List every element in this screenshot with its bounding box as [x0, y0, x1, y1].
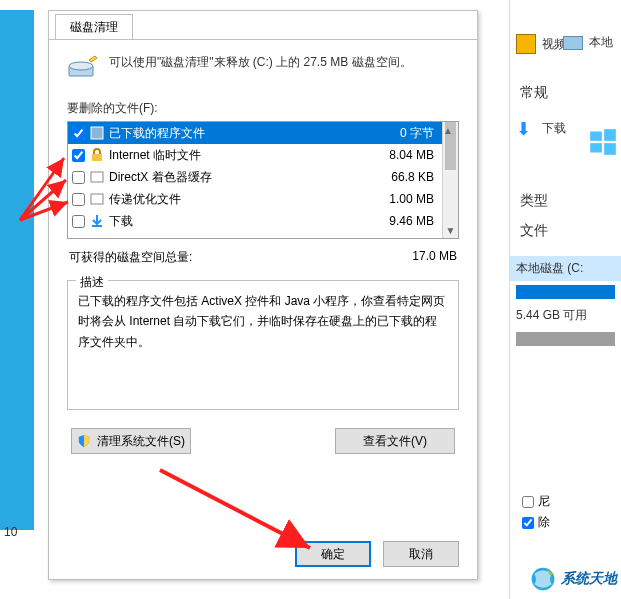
file-list-item[interactable]: Internet 临时文件8.04 MB	[68, 144, 458, 166]
description-legend: 描述	[76, 272, 108, 292]
file-item-size: 66.8 KB	[370, 170, 440, 184]
tab-strip: 磁盘清理	[49, 11, 477, 39]
download-icon	[89, 213, 105, 229]
cancel-label: 取消	[409, 546, 433, 563]
download-arrow-icon: ⬇	[516, 118, 536, 138]
checkbox-b-label: 除	[538, 514, 550, 531]
view-files-label: 查看文件(V)	[363, 433, 427, 450]
total-space-label: 可获得的磁盘空间总量:	[69, 249, 192, 266]
file-list-item[interactable]: DirectX 着色器缓存66.8 KB	[68, 166, 458, 188]
downloads-label[interactable]: 下载	[542, 120, 566, 137]
file-item-checkbox[interactable]	[72, 171, 85, 184]
film-icon	[516, 34, 536, 54]
local-fragment: 本地	[589, 34, 613, 51]
globe-icon	[529, 565, 557, 593]
file-item-checkbox[interactable]	[72, 127, 85, 140]
type-label: 类型	[510, 186, 621, 216]
description-group: 描述 已下载的程序文件包括 ActiveX 控件和 Java 小程序，你查看特定…	[67, 280, 459, 410]
svg-rect-8	[91, 172, 103, 182]
svg-rect-1	[604, 129, 616, 141]
local-disk-label: 本地磁盘 (C:	[516, 260, 583, 277]
disk-cleanup-icon	[67, 54, 99, 82]
directx-icon	[89, 169, 105, 185]
svg-rect-2	[590, 143, 602, 152]
checkbox-b[interactable]	[522, 517, 534, 529]
general-tab[interactable]: 常规	[510, 78, 621, 108]
lock-icon	[89, 147, 105, 163]
file-item-label: 下载	[109, 213, 366, 230]
file-item-checkbox[interactable]	[72, 149, 85, 162]
svg-rect-10	[92, 225, 102, 227]
footer-brand-text: 系统天地	[561, 570, 617, 588]
file-list-item[interactable]: 已下载的程序文件0 字节	[68, 122, 458, 144]
tab-disk-cleanup[interactable]: 磁盘清理	[55, 14, 133, 40]
svg-rect-9	[91, 194, 103, 204]
shield-icon	[77, 434, 91, 448]
checkbox-p[interactable]	[522, 496, 534, 508]
capacity-bar-secondary	[516, 332, 615, 346]
scrollbar[interactable]: ▲ ▼	[442, 122, 458, 238]
info-text: 可以使用"磁盘清理"来释放 (C:) 上的 27.5 MB 磁盘空间。	[109, 54, 412, 71]
clean-system-files-button[interactable]: 清理系统文件(S)	[71, 428, 191, 454]
clean-system-files-label: 清理系统文件(S)	[97, 433, 185, 450]
scroll-down-icon[interactable]: ▼	[443, 222, 458, 238]
view-files-button[interactable]: 查看文件(V)	[335, 428, 455, 454]
footer-brand: 系统天地	[529, 565, 617, 593]
svg-rect-7	[92, 154, 102, 161]
ok-label: 确定	[321, 546, 345, 563]
disk-cleanup-dialog: 磁盘清理 可以使用"磁盘清理"来释放 (C:) 上的 27.5 MB 磁盘空间。…	[48, 10, 478, 580]
file-item-label: DirectX 着色器缓存	[109, 169, 366, 186]
file-item-size: 1.00 MB	[370, 192, 440, 206]
background-accent	[0, 0, 34, 599]
file-list-item[interactable]: 下载9.46 MB	[68, 210, 458, 232]
capacity-text: 5.44 GB 可用	[516, 307, 587, 324]
file-list-item[interactable]: 传递优化文件1.00 MB	[68, 188, 458, 210]
file-item-label: 传递优化文件	[109, 191, 366, 208]
total-space-value: 17.0 MB	[412, 249, 457, 266]
right-panel: 视频 本地 常规 ⬇ 下载 类型 文件 本地磁盘 (C: 5.44 GB 可用 …	[509, 0, 621, 599]
capacity-bar-used	[516, 285, 615, 299]
delivery-opt-icon	[89, 191, 105, 207]
description-text: 已下载的程序文件包括 ActiveX 控件和 Java 小程序，你查看特定网页时…	[78, 291, 448, 352]
bg-number: 10	[4, 525, 17, 539]
svg-rect-0	[590, 132, 602, 141]
windows-icon	[589, 128, 617, 150]
program-file-icon	[89, 125, 105, 141]
svg-rect-3	[604, 143, 616, 155]
file-list[interactable]: 已下载的程序文件0 字节Internet 临时文件8.04 MBDirectX …	[67, 121, 459, 239]
file-item-label: 已下载的程序文件	[109, 125, 366, 142]
file-item-checkbox[interactable]	[72, 193, 85, 206]
file-item-size: 9.46 MB	[370, 214, 440, 228]
file-item-size: 0 字节	[370, 125, 440, 142]
filesystem-label: 文件	[510, 216, 621, 246]
ok-button[interactable]: 确定	[295, 541, 371, 567]
checkbox-p-label: 尼	[538, 493, 550, 510]
svg-point-5	[69, 62, 93, 70]
file-item-checkbox[interactable]	[72, 215, 85, 228]
disk-icon-small	[563, 36, 583, 50]
file-item-size: 8.04 MB	[370, 148, 440, 162]
files-to-delete-label: 要删除的文件(F):	[67, 100, 459, 117]
cancel-button[interactable]: 取消	[383, 541, 459, 567]
svg-rect-6	[91, 127, 103, 139]
local-disk-row[interactable]: 本地磁盘 (C:	[510, 256, 621, 281]
scroll-thumb[interactable]	[445, 122, 456, 170]
file-item-label: Internet 临时文件	[109, 147, 366, 164]
